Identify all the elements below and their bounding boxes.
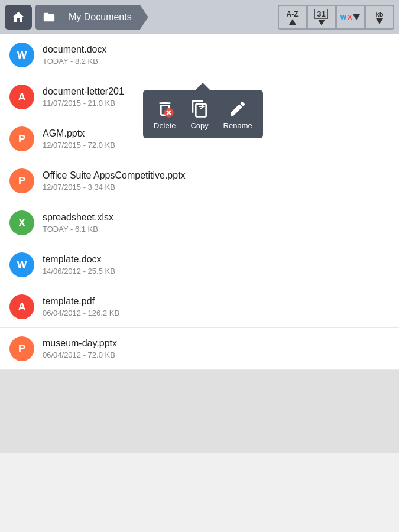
sort-type-icon <box>353 14 360 20</box>
folder-icon <box>43 11 56 24</box>
bottom-area <box>0 370 399 453</box>
home-button[interactable] <box>5 5 32 30</box>
file-meta: TODAY - 6.1 KB <box>43 225 390 233</box>
list-item[interactable]: POffice Suite AppsCompetitive.pptx12/07/… <box>0 160 399 202</box>
sort-date-label: 31 <box>314 9 327 19</box>
file-type-icon: P <box>9 336 34 361</box>
file-meta: 06/04/2012 - 126.2 KB <box>43 309 390 317</box>
context-rename-button[interactable]: Rename <box>218 96 258 134</box>
sort-size-icon <box>376 18 383 24</box>
file-name: museum-day.pptx <box>43 338 390 349</box>
file-name: template.docx <box>43 254 390 265</box>
sort-size-button[interactable]: kb <box>366 6 393 28</box>
file-type-icon: W <box>9 252 34 277</box>
file-meta: TODAY - 8.2 KB <box>43 57 390 66</box>
rename-icon <box>228 99 247 118</box>
sort-x-label: X <box>348 14 352 21</box>
file-type-icon: W <box>9 43 34 67</box>
file-type-icon: P <box>9 168 34 193</box>
file-meta: 06/04/2012 - 72.0 KB <box>43 351 390 359</box>
file-meta: 12/07/2015 - 72.0 KB <box>43 141 390 150</box>
file-type-icon: A <box>9 85 34 109</box>
context-rename-label: Rename <box>223 121 252 130</box>
file-meta: 12/07/2015 - 3.34 KB <box>43 183 390 192</box>
copy-icon <box>190 99 209 118</box>
sort-date-icon <box>318 20 325 25</box>
file-type-icon: P <box>9 126 34 151</box>
sort-up-icon <box>289 19 296 25</box>
sort-type-button[interactable]: W X <box>337 6 364 28</box>
list-item[interactable]: Pmuseum-day.pptx06/04/2012 - 72.0 KB <box>0 328 399 370</box>
context-copy-button[interactable]: Copy <box>184 96 215 134</box>
file-name: Office Suite AppsCompetitive.pptx <box>43 170 390 181</box>
context-delete-label: Delete <box>154 121 176 130</box>
file-type-icon: X <box>9 210 34 235</box>
list-item[interactable]: Wtemplate.docx14/06/2012 - 25.5 KB <box>0 244 399 286</box>
sort-kb-label: kb <box>376 11 384 18</box>
delete-icon <box>155 99 174 118</box>
toolbar: My Documents A-Z 31 W X kb <box>0 0 399 34</box>
context-delete-button[interactable]: Delete <box>148 96 182 134</box>
file-name: spreadsheet.xlsx <box>43 212 390 223</box>
list-item[interactable]: Atemplate.pdf06/04/2012 - 126.2 KB <box>0 286 399 328</box>
context-copy-label: Copy <box>190 121 208 130</box>
list-item[interactable]: Xspreadsheet.xlsxTODAY - 6.1 KB <box>0 202 399 244</box>
list-item[interactable]: Wdocument.docxTODAY - 8.2 KB <box>0 34 399 76</box>
context-menu: Delete Copy Rename <box>143 90 263 138</box>
file-type-icon: A <box>9 294 34 319</box>
file-name: document.docx <box>43 44 390 55</box>
sort-az-label: A-Z <box>287 10 299 18</box>
breadcrumb-label: My Documents <box>63 5 148 30</box>
sort-w-label: W <box>340 14 346 21</box>
file-name: template.pdf <box>43 296 390 307</box>
breadcrumb-arrow-icon <box>35 5 63 30</box>
file-meta: 14/06/2012 - 25.5 KB <box>43 267 390 275</box>
home-icon <box>11 10 25 24</box>
sort-az-button[interactable]: A-Z <box>279 6 306 28</box>
breadcrumb[interactable]: My Documents <box>35 5 148 30</box>
sort-controls: A-Z 31 W X kb <box>278 5 394 30</box>
sort-date-button[interactable]: 31 <box>308 6 335 28</box>
